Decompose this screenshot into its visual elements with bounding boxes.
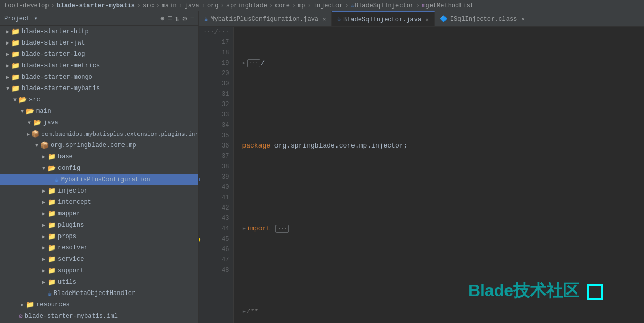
sidebar-icon-gear[interactable]: ⚙ bbox=[182, 14, 187, 23]
sidebar-icon-globe[interactable]: ⊕ bbox=[160, 14, 164, 23]
tree-item-blade-meta[interactable]: ☕ BladeMetaObjectHandler bbox=[0, 288, 198, 299]
tree-item-blade-starter-mybatis[interactable]: ▼ 📁 blade-starter-mybatis bbox=[0, 83, 198, 94]
bc-bladeinjector[interactable]: BladeSqlInjector bbox=[355, 2, 414, 9]
tree-item-support[interactable]: ▶ 📁 support bbox=[0, 265, 198, 276]
fold-marker[interactable]: ··· bbox=[275, 225, 289, 233]
bc-core[interactable]: core bbox=[275, 2, 290, 9]
bc-getMethodList[interactable]: getMethodList bbox=[425, 2, 474, 9]
tab-label: BladeSqlInjector.java bbox=[343, 16, 421, 23]
tree-item-plugins[interactable]: ▶ 📁 plugins bbox=[0, 219, 198, 231]
collapse-icon: ▶ bbox=[40, 211, 48, 217]
line-num: 32 bbox=[203, 99, 229, 110]
bc-tool-develop[interactable]: tool-develop bbox=[4, 2, 49, 9]
collapse-icon: ▶ bbox=[40, 154, 48, 160]
code-line bbox=[242, 265, 644, 275]
bc-main[interactable]: main bbox=[162, 2, 177, 9]
line-num: 33 bbox=[203, 110, 229, 120]
bc-injector[interactable]: injector bbox=[313, 2, 343, 9]
tree-item-blade-starter-metrics[interactable]: ▶ 📁 blade-starter-metrics bbox=[0, 60, 198, 71]
folder-icon: 📁 bbox=[48, 267, 56, 275]
sidebar-icon-sort[interactable]: ⇅ bbox=[175, 14, 179, 23]
bc-src[interactable]: src bbox=[143, 2, 154, 9]
folder-icon: 📁 bbox=[48, 278, 56, 286]
tree-item-utils[interactable]: ▶ 📁 utils bbox=[0, 276, 198, 288]
tree-item-base[interactable]: ▶ 📁 base bbox=[0, 151, 198, 163]
tab-close-btn[interactable]: ✕ bbox=[425, 16, 429, 23]
tree-item-blade-starter-http[interactable]: ▶ 📁 blade-starter-http bbox=[0, 26, 198, 37]
tree-item-mapper[interactable]: ▶ 📁 mapper bbox=[0, 208, 198, 219]
tree-item-blade-starter-mongo[interactable]: ▶ 📁 blade-starter-mongo bbox=[0, 71, 198, 83]
line-num: 35 bbox=[203, 130, 229, 141]
code-line: package org.springblade.core.mp.injector… bbox=[242, 141, 644, 151]
collapse-icon: ▶ bbox=[40, 256, 48, 262]
tab-isql-injector[interactable]: 🔷 ISqlInjector.class ✕ bbox=[435, 11, 530, 26]
sidebar: Project ▾ ⊕ ≡ ⇅ ⚙ − ▶ 📁 blade-starter-ht… bbox=[0, 11, 199, 323]
bc-mp[interactable]: mp bbox=[298, 2, 305, 9]
line-num: 42 bbox=[203, 203, 229, 213]
folder-icon: 📁 bbox=[48, 153, 56, 161]
folder-icon: 📁 bbox=[48, 255, 56, 263]
fold-marker[interactable]: ··· bbox=[247, 59, 260, 67]
tree-item-resolver[interactable]: ▶ 📁 resolver bbox=[0, 242, 198, 254]
tree-label: blade-starter-mybatis bbox=[22, 85, 100, 92]
line-num: 45 💡 bbox=[203, 234, 229, 244]
sidebar-icon-list[interactable]: ≡ bbox=[167, 14, 172, 23]
sidebar-header: Project ▾ ⊕ ≡ ⇅ ⚙ − bbox=[0, 11, 198, 26]
class-tab-icon: 🔷 bbox=[440, 15, 448, 23]
tree-label: blade-starter-mongo bbox=[22, 74, 93, 81]
tree-label: src bbox=[29, 96, 40, 104]
tab-label: MybatisPlusConfiguration.java bbox=[210, 16, 318, 23]
tree-label: blade-starter-metrics bbox=[22, 62, 100, 69]
sidebar-title: Project ▾ bbox=[4, 14, 160, 22]
tree-item-resources[interactable]: ▶ 📁 resources bbox=[0, 299, 198, 311]
tree-item-com-baomidou[interactable]: ▶ 📦 com.baomidou.mybatisplus.extension.p… bbox=[0, 128, 198, 140]
bc-springblade[interactable]: springblade bbox=[226, 2, 267, 9]
tree-label: base bbox=[58, 153, 73, 160]
tab-mybatisplus-config[interactable]: ☕ MybatisPlusConfiguration.java ✕ bbox=[199, 11, 332, 26]
tree-item-blade-starter-log[interactable]: ▶ 📁 blade-starter-log bbox=[0, 49, 198, 60]
bc-org[interactable]: org bbox=[207, 2, 219, 9]
tree-item-props[interactable]: ▶ 📁 props bbox=[0, 231, 198, 242]
tree-item-mybatisplus-config[interactable]: ☕ MybatisPlusConfiguration bbox=[0, 174, 198, 185]
folder-icon: 📁 bbox=[48, 210, 56, 218]
module-icon: 📁 bbox=[11, 39, 20, 47]
collapse-icon: ▶ bbox=[40, 222, 48, 228]
module-icon: 📁 bbox=[11, 84, 20, 93]
tab-blade-sql-injector[interactable]: ☕ BladeSqlInjector.java ✕ bbox=[332, 11, 435, 26]
tab-close-btn[interactable]: ✕ bbox=[323, 16, 326, 22]
bc-java[interactable]: java bbox=[185, 2, 200, 9]
tree-item-intercept[interactable]: ▶ 📁 intercept bbox=[0, 197, 198, 208]
code-line bbox=[242, 99, 644, 110]
bc-method-icon: m bbox=[422, 2, 425, 9]
code-editor[interactable]: ···/··· 17 18 19 20 30 31 32 33 34 35 36… bbox=[199, 27, 644, 323]
java-file-icon: ☕ bbox=[55, 175, 59, 184]
tree-item-main[interactable]: ▼ 📂 main bbox=[0, 106, 198, 117]
collapse-icon: ▶ bbox=[4, 28, 11, 35]
bc-blade-starter-mybatis[interactable]: blade-starter-mybatis bbox=[57, 2, 135, 9]
line-numbers: ···/··· 17 18 19 20 30 31 32 33 34 35 36… bbox=[199, 27, 234, 323]
tree-item-config[interactable]: ▼ 📂 config bbox=[0, 163, 198, 174]
tree-item-injector[interactable]: ▶ 📁 injector bbox=[0, 185, 198, 197]
tree-item-blade-starter-jwt[interactable]: ▶ 📁 blade-starter-jwt bbox=[0, 37, 198, 49]
line-num: 38 bbox=[203, 162, 229, 172]
tree-item-src[interactable]: ▼ 📂 src bbox=[0, 94, 198, 106]
sidebar-icon-minus[interactable]: − bbox=[190, 14, 194, 23]
java-file-icon: ☕ bbox=[48, 289, 52, 298]
collapse-icon: ▶ bbox=[40, 268, 48, 274]
line-num: 18 bbox=[203, 48, 229, 58]
line-num: ···/··· bbox=[203, 27, 229, 37]
collapse-icon: ▶ bbox=[40, 188, 48, 194]
tab-close-btn[interactable]: ✕ bbox=[521, 16, 525, 22]
tree-label: config bbox=[58, 165, 80, 172]
tree-item-service[interactable]: ▶ 📁 service bbox=[0, 254, 198, 265]
tree-item-java[interactable]: ▼ 📂 java bbox=[0, 117, 198, 128]
collapse-icon: ▶ bbox=[4, 40, 11, 46]
tree-item-org-springblade[interactable]: ▼ 📦 org.springblade.core.mp bbox=[0, 140, 198, 151]
tree-item-iml[interactable]: ⚙ blade-starter-mybatis.iml bbox=[0, 311, 198, 322]
code-line: ▸···/ bbox=[242, 58, 644, 68]
collapse-icon: ▶ bbox=[4, 74, 11, 80]
line-num: 17 bbox=[203, 37, 229, 48]
editor-area: ☕ MybatisPlusConfiguration.java ✕ ☕ Blad… bbox=[199, 11, 644, 323]
line-num: 39 ⬤ bbox=[203, 172, 229, 182]
collapse-icon: ▶ bbox=[40, 233, 48, 240]
